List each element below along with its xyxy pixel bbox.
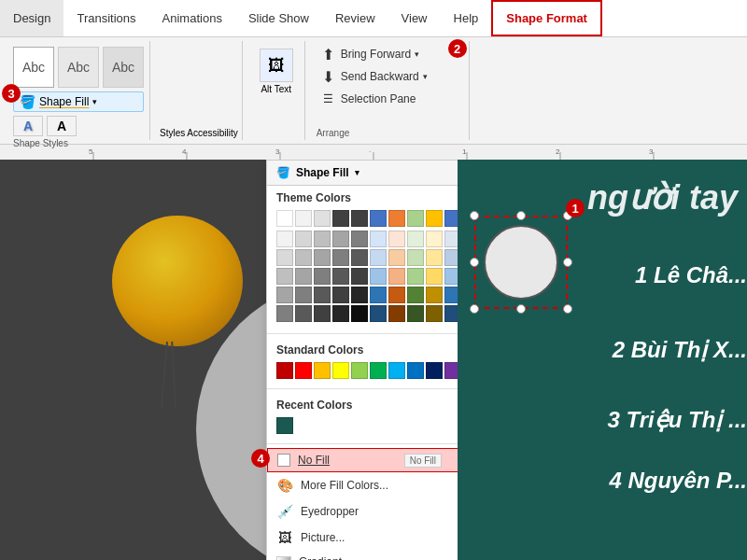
no-fill-tooltip: No Fill (404, 454, 442, 468)
slide-left: 🪣 Shape Fill ▾ Theme Colors (0, 160, 458, 560)
shape-fill-button[interactable]: 🪣 Shape Fill ▾ (13, 91, 144, 112)
std-color-darkblue[interactable] (426, 362, 443, 379)
shape-styles-label: Shape Styles (13, 136, 144, 148)
wordart-btn-1[interactable]: A (13, 116, 43, 136)
theme-colors-title: Theme Colors (276, 191, 458, 204)
no-fill-label: No Fill (298, 454, 330, 467)
handle-bot-center[interactable] (516, 304, 526, 314)
theme-colors-row1 (276, 210, 458, 227)
no-fill-item[interactable]: No Fill No Fill 4 (267, 448, 458, 472)
wire-1 (161, 342, 168, 407)
tab-shape-format[interactable]: Shape Format (491, 0, 602, 36)
shape-container[interactable]: 1 (474, 216, 568, 309)
std-color-red[interactable] (295, 362, 312, 379)
std-color-lightblue[interactable] (388, 362, 405, 379)
std-color-darkred[interactable] (276, 362, 293, 379)
bring-forward-label: Bring Forward (341, 48, 411, 61)
shape-circle[interactable] (484, 225, 558, 300)
no-fill-checkbox (277, 454, 290, 467)
color-green[interactable] (407, 210, 424, 227)
svg-text:·: · (369, 147, 371, 156)
dropdown-arrow-icon: ▾ (92, 97, 97, 106)
handle-mid-left[interactable] (470, 258, 479, 267)
recent-color-teal[interactable] (276, 417, 293, 434)
standard-colors-row (276, 362, 458, 379)
color-orange[interactable] (388, 210, 405, 227)
std-color-yellow[interactable] (332, 362, 349, 379)
bring-forward-chevron: ▾ (415, 49, 419, 59)
sep3 (267, 443, 458, 444)
fill-bucket-icon: 🪣 (20, 94, 35, 109)
tab-review[interactable]: Review (322, 0, 388, 36)
shape-fill-label: Shape Fill (39, 95, 89, 108)
color-yellow[interactable] (426, 210, 443, 227)
std-color-blue[interactable] (407, 362, 424, 379)
svg-text:3: 3 (275, 147, 280, 156)
send-backward-button[interactable]: ⬇ Send Backward ▾ (317, 65, 431, 88)
color-gray[interactable] (314, 210, 331, 227)
std-color-orange[interactable] (314, 362, 331, 379)
wordart-btn-2[interactable]: A (47, 116, 77, 136)
picture-item[interactable]: 🖼 Picture... (267, 525, 458, 551)
slide-name1: 1 Lê Châ... (635, 262, 747, 288)
tab-help[interactable]: Help (441, 0, 492, 36)
color-white[interactable] (276, 210, 293, 227)
send-backward-icon: ⬇ (320, 68, 337, 85)
send-backward-chevron: ▾ (423, 72, 428, 81)
alt-text-icon: 🖼 (260, 49, 293, 82)
color-darkest[interactable] (351, 210, 368, 227)
handle-mid-right[interactable] (563, 258, 572, 267)
badge-4: 4 (251, 449, 270, 468)
shape-sample-1[interactable]: Abc (13, 47, 54, 88)
tab-view[interactable]: View (388, 0, 441, 36)
shape-sample-3[interactable]: Abc (103, 47, 144, 88)
eyedropper-item[interactable]: 💉 Eyedropper (267, 498, 458, 525)
arrange-group: 2 ⬆ Bring Forward ▾ ⬇ Send Backward ▾ ☰ … (311, 41, 470, 140)
styles-label: Styles (160, 128, 185, 138)
slide-right: 1 người tay 1 Lê Châ... 2 Bùi Thị X... 3… (458, 160, 747, 560)
svg-text:3: 3 (649, 147, 654, 156)
color-dark[interactable] (332, 210, 349, 227)
alt-text-button[interactable]: 🖼 Alt Text (256, 45, 297, 98)
sep2 (267, 388, 458, 389)
handle-bot-left[interactable] (470, 304, 479, 314)
svg-text:2: 2 (556, 147, 560, 156)
color-blue[interactable] (370, 210, 387, 227)
selection-pane-icon: ☰ (320, 91, 337, 107)
slide-name4: 4 Nguyên P... (609, 468, 747, 494)
tab-transitions[interactable]: Transitions (63, 0, 148, 36)
theme-shades-row2 (276, 249, 458, 266)
handle-top-center[interactable] (516, 211, 526, 220)
handle-top-left[interactable] (470, 211, 479, 220)
standard-colors-title: Standard Colors (276, 343, 458, 357)
std-color-purple[interactable] (444, 362, 458, 379)
badge-1: 1 (566, 199, 585, 217)
more-fill-item[interactable]: 🎨 More Fill Colors... (267, 472, 458, 498)
slide-area: 🪣 Shape Fill ▾ Theme Colors (0, 160, 747, 560)
shape-style-samples: Abc Abc Abc (13, 47, 144, 88)
badge-2: 2 (448, 39, 467, 58)
tab-slideshow[interactable]: Slide Show (235, 0, 322, 36)
bring-forward-button[interactable]: ⬆ Bring Forward ▾ (317, 43, 423, 65)
fill-icon: 🪣 (276, 166, 290, 179)
color-light-gray[interactable] (295, 210, 312, 227)
slide-title: người tay (587, 178, 738, 217)
more-fill-icon: 🎨 (276, 477, 293, 494)
recent-colors-title: Recent Colors (276, 399, 458, 412)
theme-shades-row3 (276, 268, 458, 285)
std-color-lightgreen[interactable] (351, 362, 368, 379)
gradient-label: Gradient (299, 555, 342, 560)
selection-pane-button[interactable]: ☰ Selection Pane (317, 88, 420, 110)
svg-text:4: 4 (182, 147, 187, 156)
gradient-icon (276, 556, 291, 560)
tab-design[interactable]: Design (0, 0, 63, 36)
shape-fill-dropdown-header[interactable]: 🪣 Shape Fill ▾ (267, 161, 458, 186)
color-blue2[interactable] (444, 210, 458, 227)
handle-bot-right[interactable] (563, 304, 572, 314)
alt-text-label: Alt Text (261, 84, 291, 94)
tab-animations[interactable]: Animations (149, 0, 235, 36)
gradient-item[interactable]: Gradient › (267, 551, 458, 560)
shape-sample-2[interactable]: Abc (58, 47, 99, 88)
std-color-green[interactable] (370, 362, 387, 379)
selection-pane-label: Selection Pane (341, 92, 416, 105)
